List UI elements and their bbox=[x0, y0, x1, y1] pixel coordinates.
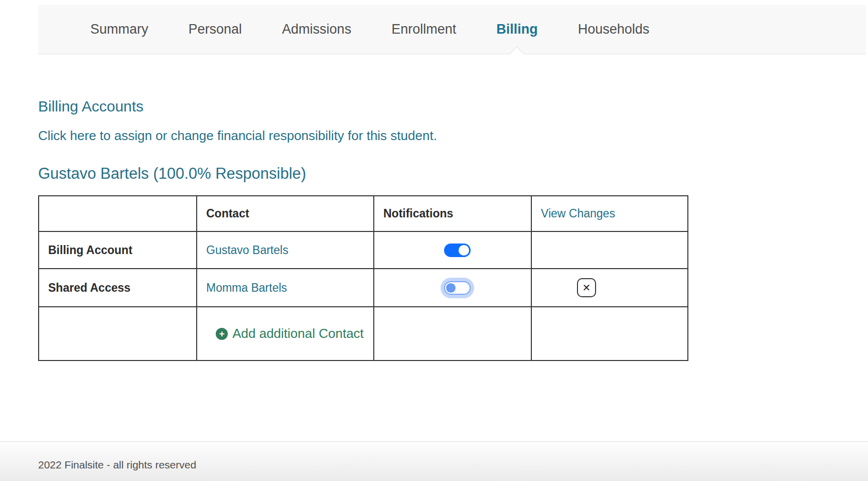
tab-billing[interactable]: Billing bbox=[496, 5, 538, 54]
cell-empty bbox=[39, 307, 197, 360]
tab-admissions[interactable]: Admissions bbox=[282, 5, 351, 54]
toggle-knob bbox=[459, 245, 469, 256]
footer: 2022 Finalsite - all rights reserved bbox=[0, 441, 868, 481]
toggle-knob bbox=[446, 283, 456, 293]
cell-contact: Gustavo Bartels bbox=[197, 231, 374, 269]
tab-enrollment[interactable]: Enrollment bbox=[391, 5, 456, 54]
cell-notifications bbox=[374, 269, 531, 307]
cell-empty bbox=[531, 307, 688, 360]
cell-add-contact: + Add additional Contact bbox=[197, 307, 374, 360]
remove-shared-access-button[interactable]: ✕ bbox=[577, 278, 596, 297]
tab-personal[interactable]: Personal bbox=[189, 5, 242, 54]
cell-view-changes: ✕ bbox=[531, 269, 688, 307]
notifications-toggle-on[interactable] bbox=[444, 244, 471, 257]
header-notifications: Notifications bbox=[374, 196, 531, 231]
contact-link-momma-bartels[interactable]: Momma Bartels bbox=[206, 281, 287, 294]
plus-icon: + bbox=[216, 328, 228, 340]
tab-billing-label: Billing bbox=[496, 22, 538, 37]
student-tab-strip: Summary Personal Admissions Enrollment B… bbox=[38, 5, 866, 54]
header-row-label bbox=[39, 196, 197, 231]
billing-accounts-table: Contact Notifications View Changes Billi… bbox=[38, 195, 688, 361]
table-row-shared-access: Shared Access Momma Bartels ✕ bbox=[39, 269, 688, 307]
cell-notifications bbox=[374, 231, 531, 269]
account-heading: Gustavo Bartels (100.0% Responsible) bbox=[38, 165, 688, 183]
contact-link-gustavo-bartels[interactable]: Gustavo Bartels bbox=[206, 244, 288, 257]
header-view-changes: View Changes bbox=[531, 196, 688, 231]
notifications-toggle-off[interactable] bbox=[444, 281, 471, 295]
table-row-billing-account: Billing Account Gustavo Bartels bbox=[39, 231, 688, 269]
close-icon: ✕ bbox=[583, 282, 591, 294]
add-additional-contact-button[interactable]: + Add additional Contact bbox=[216, 326, 364, 341]
row-label-billing-account: Billing Account bbox=[39, 231, 197, 269]
table-row-add-contact: + Add additional Contact bbox=[39, 307, 688, 360]
cell-view-changes-empty bbox=[531, 231, 688, 269]
tab-summary[interactable]: Summary bbox=[90, 5, 149, 54]
view-changes-link[interactable]: View Changes bbox=[541, 207, 615, 220]
billing-content: Billing Accounts Click here to assign or… bbox=[38, 54, 688, 361]
header-contact: Contact bbox=[197, 196, 374, 231]
cell-contact: Momma Bartels bbox=[197, 269, 374, 307]
copyright-text: 2022 Finalsite - all rights reserved bbox=[38, 459, 196, 471]
cell-empty bbox=[374, 307, 531, 360]
page-title: Billing Accounts bbox=[38, 98, 688, 115]
assign-responsibility-link[interactable]: Click here to assign or change financial… bbox=[38, 128, 437, 144]
tab-households[interactable]: Households bbox=[578, 5, 650, 54]
row-label-shared-access: Shared Access bbox=[39, 269, 197, 307]
table-header-row: Contact Notifications View Changes bbox=[39, 196, 688, 231]
add-additional-contact-label: Add additional Contact bbox=[232, 326, 364, 341]
